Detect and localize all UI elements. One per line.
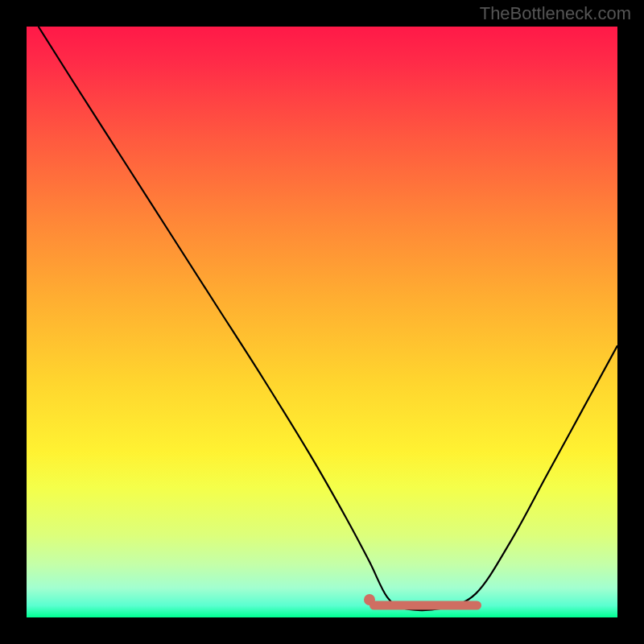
optimal-range-bar bbox=[369, 601, 481, 610]
watermark-text: TheBottleneck.com bbox=[480, 3, 631, 24]
chart-plot-area bbox=[27, 27, 617, 617]
optimal-marker-layer bbox=[27, 27, 617, 617]
